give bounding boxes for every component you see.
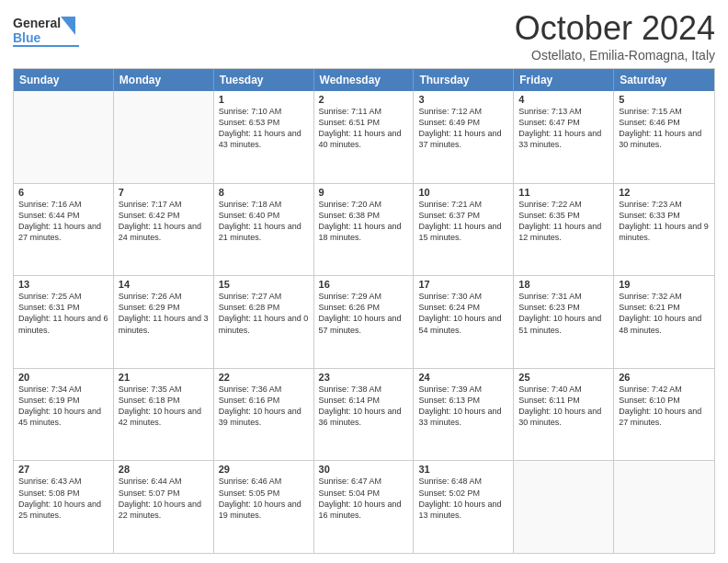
- header: General Blue October 2024 Ostellato, Emi…: [13, 9, 715, 63]
- location: Ostellato, Emilia-Romagna, Italy: [515, 48, 715, 63]
- sunrise-text: Sunrise: 7:13 AM: [518, 106, 609, 117]
- daylight-text: Daylight: 10 hours and 22 minutes.: [119, 499, 209, 521]
- sunrise-text: Sunrise: 7:20 AM: [319, 199, 409, 210]
- sunrise-text: Sunrise: 7:30 AM: [418, 291, 508, 302]
- day-header-friday: Friday: [514, 69, 614, 91]
- daylight-text: Daylight: 10 hours and 19 minutes.: [219, 499, 309, 521]
- sunrise-text: Sunrise: 7:32 AM: [619, 291, 710, 302]
- day-number: 11: [518, 187, 609, 198]
- day-cell-21: 21Sunrise: 7:35 AMSunset: 6:18 PMDayligh…: [114, 369, 214, 461]
- day-number: 31: [418, 464, 508, 475]
- sunrise-text: Sunrise: 7:26 AM: [119, 291, 209, 302]
- empty-cell: [14, 91, 114, 183]
- sunset-text: Sunset: 6:44 PM: [18, 210, 108, 221]
- day-number: 9: [319, 187, 409, 198]
- day-number: 4: [518, 94, 609, 105]
- sunset-text: Sunset: 6:24 PM: [418, 302, 508, 313]
- sunset-text: Sunset: 6:53 PM: [219, 117, 309, 128]
- sunrise-text: Sunrise: 7:23 AM: [619, 199, 710, 210]
- sunrise-text: Sunrise: 7:18 AM: [219, 199, 309, 210]
- daylight-text: Daylight: 10 hours and 30 minutes.: [518, 406, 609, 428]
- month-title: October 2024: [515, 9, 715, 48]
- day-number: 17: [418, 279, 508, 290]
- day-number: 10: [418, 187, 508, 198]
- day-number: 13: [18, 279, 108, 290]
- day-cell-18: 18Sunrise: 7:31 AMSunset: 6:23 PMDayligh…: [514, 276, 614, 368]
- day-number: 23: [319, 372, 409, 383]
- day-number: 22: [219, 372, 309, 383]
- daylight-text: Daylight: 10 hours and 48 minutes.: [619, 313, 710, 335]
- sunset-text: Sunset: 6:11 PM: [518, 395, 609, 406]
- sunrise-text: Sunrise: 7:29 AM: [319, 291, 409, 302]
- day-header-wednesday: Wednesday: [314, 69, 415, 91]
- sunset-text: Sunset: 6:10 PM: [619, 395, 710, 406]
- daylight-text: Daylight: 11 hours and 6 minutes.: [18, 313, 108, 335]
- day-header-sunday: Sunday: [14, 69, 114, 91]
- sunset-text: Sunset: 5:07 PM: [119, 488, 209, 499]
- daylight-text: Daylight: 10 hours and 57 minutes.: [319, 313, 409, 335]
- week-row-2: 6Sunrise: 7:16 AMSunset: 6:44 PMDaylight…: [14, 183, 714, 276]
- day-number: 14: [119, 279, 209, 290]
- daylight-text: Daylight: 11 hours and 37 minutes.: [418, 128, 508, 150]
- svg-text:General: General: [13, 16, 61, 30]
- sunrise-text: Sunrise: 7:10 AM: [219, 106, 309, 117]
- day-cell-9: 9Sunrise: 7:20 AMSunset: 6:38 PMDaylight…: [314, 184, 415, 276]
- page: General Blue October 2024 Ostellato, Emi…: [0, 0, 728, 563]
- sunrise-text: Sunrise: 7:40 AM: [518, 384, 609, 395]
- day-cell-4: 4Sunrise: 7:13 AMSunset: 6:47 PMDaylight…: [514, 91, 614, 183]
- day-number: 12: [619, 187, 710, 198]
- calendar-body: 1Sunrise: 7:10 AMSunset: 6:53 PMDaylight…: [14, 91, 714, 553]
- sunrise-text: Sunrise: 7:12 AM: [418, 106, 508, 117]
- daylight-text: Daylight: 10 hours and 39 minutes.: [219, 406, 309, 428]
- daylight-text: Daylight: 11 hours and 33 minutes.: [518, 128, 609, 150]
- daylight-text: Daylight: 10 hours and 51 minutes.: [518, 313, 609, 335]
- daylight-text: Daylight: 11 hours and 15 minutes.: [418, 221, 508, 243]
- day-number: 16: [319, 279, 409, 290]
- sunrise-text: Sunrise: 7:27 AM: [219, 291, 309, 302]
- sunrise-text: Sunrise: 7:25 AM: [18, 291, 108, 302]
- sunrise-text: Sunrise: 7:38 AM: [319, 384, 409, 395]
- daylight-text: Daylight: 10 hours and 16 minutes.: [319, 499, 409, 521]
- day-number: 26: [619, 372, 710, 383]
- sunset-text: Sunset: 5:05 PM: [219, 488, 309, 499]
- day-cell-17: 17Sunrise: 7:30 AMSunset: 6:24 PMDayligh…: [414, 276, 514, 368]
- sunset-text: Sunset: 6:46 PM: [619, 117, 710, 128]
- daylight-text: Daylight: 11 hours and 9 minutes.: [619, 221, 710, 243]
- header-right: October 2024 Ostellato, Emilia-Romagna, …: [515, 9, 715, 63]
- day-header-saturday: Saturday: [614, 69, 714, 91]
- sunrise-text: Sunrise: 6:44 AM: [119, 476, 209, 487]
- calendar-header: SundayMondayTuesdayWednesdayThursdayFrid…: [14, 69, 714, 91]
- day-cell-10: 10Sunrise: 7:21 AMSunset: 6:37 PMDayligh…: [414, 184, 514, 276]
- sunrise-text: Sunrise: 7:21 AM: [418, 199, 508, 210]
- day-number: 15: [219, 279, 309, 290]
- sunrise-text: Sunrise: 7:16 AM: [18, 199, 108, 210]
- sunset-text: Sunset: 6:23 PM: [518, 302, 609, 313]
- empty-cell: [614, 461, 714, 553]
- day-cell-19: 19Sunrise: 7:32 AMSunset: 6:21 PMDayligh…: [614, 276, 714, 368]
- sunset-text: Sunset: 6:28 PM: [219, 302, 309, 313]
- day-cell-8: 8Sunrise: 7:18 AMSunset: 6:40 PMDaylight…: [214, 184, 314, 276]
- day-cell-13: 13Sunrise: 7:25 AMSunset: 6:31 PMDayligh…: [14, 276, 114, 368]
- day-number: 27: [18, 464, 108, 475]
- sunrise-text: Sunrise: 7:15 AM: [619, 106, 710, 117]
- sunset-text: Sunset: 5:04 PM: [319, 488, 409, 499]
- day-number: 2: [319, 94, 409, 105]
- sunset-text: Sunset: 6:51 PM: [319, 117, 409, 128]
- sunrise-text: Sunrise: 7:22 AM: [518, 199, 609, 210]
- day-cell-25: 25Sunrise: 7:40 AMSunset: 6:11 PMDayligh…: [514, 369, 614, 461]
- week-row-4: 20Sunrise: 7:34 AMSunset: 6:19 PMDayligh…: [14, 368, 714, 461]
- sunrise-text: Sunrise: 7:17 AM: [119, 199, 209, 210]
- day-number: 24: [418, 372, 508, 383]
- sunset-text: Sunset: 6:33 PM: [619, 210, 710, 221]
- sunrise-text: Sunrise: 7:36 AM: [219, 384, 309, 395]
- day-number: 1: [219, 94, 309, 105]
- day-header-tuesday: Tuesday: [214, 69, 314, 91]
- sunset-text: Sunset: 6:14 PM: [319, 395, 409, 406]
- day-cell-12: 12Sunrise: 7:23 AMSunset: 6:33 PMDayligh…: [614, 184, 714, 276]
- sunset-text: Sunset: 5:02 PM: [418, 488, 508, 499]
- sunrise-text: Sunrise: 7:42 AM: [619, 384, 710, 395]
- day-number: 19: [619, 279, 710, 290]
- sunset-text: Sunset: 6:38 PM: [319, 210, 409, 221]
- daylight-text: Daylight: 11 hours and 3 minutes.: [119, 313, 209, 335]
- daylight-text: Daylight: 10 hours and 25 minutes.: [18, 499, 108, 521]
